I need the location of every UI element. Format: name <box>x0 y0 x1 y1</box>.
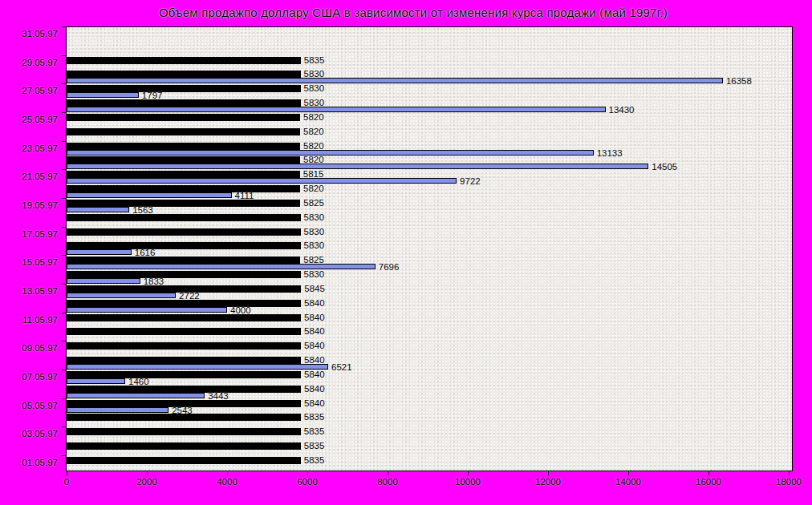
chart-page: Объем продажпо доллару США в зависимости… <box>0 0 812 505</box>
rate-bar <box>67 342 301 349</box>
date-axis-label: 21.05.97 <box>22 172 58 181</box>
rate-bar <box>67 214 301 221</box>
rate-bar <box>67 57 301 64</box>
x-axis-tick <box>227 471 228 475</box>
chart-row: 5820 <box>67 127 792 142</box>
volume-bar <box>67 92 139 98</box>
chart-row: 58301797 <box>67 84 792 99</box>
chart-row: 5835 <box>67 56 792 71</box>
rate-value-label: 5830 <box>304 228 325 236</box>
date-axis-label: 03.05.97 <box>22 429 58 438</box>
volume-bar <box>67 178 457 184</box>
y-axis-tick <box>62 426 66 427</box>
x-axis-tick <box>789 471 790 475</box>
y-axis-tick <box>62 198 66 199</box>
x-axis-tick-label: 12000 <box>535 477 561 487</box>
chart-row: 583013430 <box>67 99 792 113</box>
x-axis-tick <box>147 471 148 475</box>
volume-bar <box>67 107 606 112</box>
y-axis-tick <box>62 26 66 27</box>
date-axis-label: 01.05.97 <box>22 458 58 467</box>
x-axis-tick-label: 16000 <box>696 477 721 487</box>
y-axis-tick <box>62 112 66 113</box>
x-axis-tick <box>468 471 469 475</box>
x-axis-tick <box>628 471 629 475</box>
rate-bar <box>67 457 301 464</box>
rate-bar <box>67 414 301 421</box>
date-axis-label: 19.05.97 <box>22 200 58 210</box>
chart-row: 5830 <box>67 228 792 242</box>
rate-bar <box>67 99 301 107</box>
rate-value-label: 5820 <box>303 113 324 122</box>
volume-bar <box>67 264 376 269</box>
date-axis-label: 27.05.97 <box>22 86 58 95</box>
rate-bar <box>67 85 301 92</box>
rate-bar <box>67 143 300 150</box>
chart-row: 58301616 <box>67 241 792 256</box>
chart-row: 58159722 <box>67 170 792 184</box>
x-axis-tick-label: 10000 <box>455 477 481 487</box>
rate-bar <box>67 71 301 78</box>
rate-value-label: 5840 <box>304 313 325 322</box>
chart-row: 5835 <box>67 442 792 456</box>
volume-bar <box>67 249 132 255</box>
date-axis-label: 05.05.97 <box>22 401 58 410</box>
rate-bar <box>67 271 301 278</box>
rate-bar <box>67 242 301 249</box>
y-axis-tick <box>62 370 66 370</box>
rate-bar <box>67 185 300 192</box>
y-axis-tick <box>62 284 66 285</box>
y-axis-tick <box>62 398 66 399</box>
x-axis-tick-label: 8000 <box>377 477 398 487</box>
x-axis-tick <box>548 471 549 475</box>
chart-title: Объем продажпо доллару США в зависимости… <box>32 6 794 19</box>
volume-bar <box>67 293 176 298</box>
date-axis-label: 17.05.97 <box>22 229 58 239</box>
y-axis-tick <box>62 169 66 170</box>
x-axis-tick <box>388 471 388 475</box>
rate-bar <box>67 114 300 121</box>
date-axis-label: 11.05.97 <box>22 315 58 325</box>
volume-bar <box>67 278 140 284</box>
chart-row: 58404000 <box>67 299 792 313</box>
date-axis: 31.05.9729.05.9727.05.9725.05.9723.05.97… <box>0 26 61 471</box>
y-axis-tick <box>62 141 66 142</box>
rate-value-label: 5835 <box>304 442 325 450</box>
rate-bar <box>67 300 301 307</box>
x-axis-tick-label: 4000 <box>217 477 238 487</box>
y-axis-tick <box>62 255 66 256</box>
chart-row: 5820 <box>67 113 792 127</box>
rate-bar <box>67 128 300 135</box>
chart-row: 58403443 <box>67 385 792 399</box>
volume-bar <box>67 207 129 212</box>
x-axis-tick-label: 2000 <box>136 477 157 487</box>
rate-bar <box>67 328 301 335</box>
rate-bar <box>67 386 301 393</box>
chart-row: 58204111 <box>67 184 792 199</box>
y-axis-tick <box>62 455 66 456</box>
y-axis-tick <box>62 313 66 313</box>
volume-bar <box>67 150 594 156</box>
volume-bar <box>67 364 328 370</box>
chart-row: 5840 <box>67 327 792 341</box>
date-axis-label: 23.05.97 <box>22 143 58 153</box>
x-axis-tick-label: 14000 <box>615 477 641 487</box>
chart-row: 5835 <box>67 413 792 427</box>
chart-row: 582014505 <box>67 156 792 170</box>
rate-value-label: 5840 <box>304 327 325 336</box>
date-axis-label: 07.05.97 <box>22 372 58 382</box>
x-axis-tick-label: 6000 <box>297 477 318 487</box>
rate-value-label: 5840 <box>304 341 325 350</box>
rate-value-label: 5820 <box>303 184 324 193</box>
rate-bar <box>67 200 300 207</box>
x-axis-tick <box>708 471 709 475</box>
rate-value-label: 5830 <box>304 213 325 222</box>
y-axis-tick <box>62 341 66 341</box>
y-axis-tick <box>62 227 66 228</box>
rate-value-label: 5840 <box>304 299 325 308</box>
volume-bar <box>67 78 723 83</box>
rate-bar <box>67 228 301 236</box>
chart-row <box>67 42 792 56</box>
date-axis-label: 15.05.97 <box>22 257 58 267</box>
x-axis-tick-label: 0 <box>64 477 69 487</box>
